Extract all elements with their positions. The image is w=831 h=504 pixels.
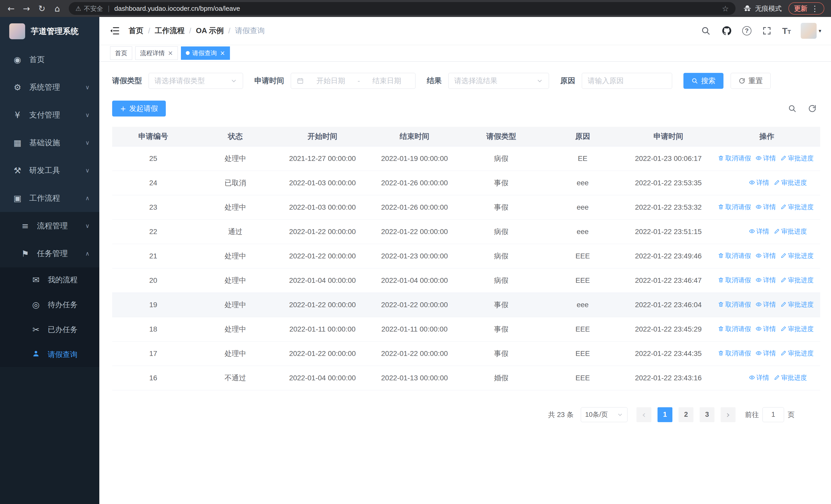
- trash-icon: [718, 204, 724, 210]
- user-menu[interactable]: ▾: [801, 23, 821, 39]
- detail-link[interactable]: 详情: [755, 325, 776, 333]
- show-search-icon[interactable]: [788, 104, 797, 113]
- app-logo[interactable]: 芋道管理系统: [0, 17, 99, 46]
- approval-progress-link[interactable]: 审批进度: [780, 300, 813, 309]
- sidebar-item-my-process[interactable]: ✉ 我的流程: [0, 267, 99, 292]
- col-start-time: 开始时间: [277, 127, 369, 146]
- tab-home[interactable]: 首页: [110, 47, 132, 60]
- reason-input[interactable]: [582, 73, 672, 89]
- browser-home-icon[interactable]: ⌂: [50, 2, 64, 16]
- detail-link[interactable]: 详情: [749, 178, 769, 187]
- create-leave-button[interactable]: + 发起请假: [112, 100, 166, 117]
- sidebar-item-devtools[interactable]: ⚒ 研发工具 ∨: [0, 156, 99, 184]
- approval-progress-link[interactable]: 审批进度: [780, 203, 813, 211]
- cancel-leave-link[interactable]: 取消请假: [718, 203, 751, 211]
- sidebar-item-home[interactable]: ◉ 首页: [0, 46, 99, 73]
- leave-type-select[interactable]: 请选择请假类型: [149, 73, 243, 89]
- detail-link[interactable]: 详情: [755, 251, 776, 260]
- goto-suffix: 页: [787, 410, 795, 419]
- table-cell: eee: [542, 195, 623, 219]
- address-bar[interactable]: ⚠ 不安全 | dashboard.yudao.iocoder.cn/bpm/o…: [69, 2, 736, 15]
- detail-link[interactable]: 详情: [755, 154, 776, 162]
- tab-leave-query[interactable]: 请假查询 ×: [181, 47, 230, 60]
- table-cell: 2022-01-04 00:00:00: [277, 268, 369, 293]
- browser-reload-icon[interactable]: ↻: [35, 2, 49, 16]
- reset-button[interactable]: 重置: [730, 73, 771, 89]
- approval-progress-link[interactable]: 审批进度: [774, 227, 807, 236]
- breadcrumb-home[interactable]: 首页: [128, 26, 143, 36]
- breadcrumb-workflow[interactable]: 工作流程: [155, 26, 184, 36]
- approval-progress-link[interactable]: 审批进度: [780, 276, 813, 284]
- detail-link[interactable]: 详情: [749, 227, 769, 236]
- cancel-leave-link[interactable]: 取消请假: [718, 349, 751, 357]
- fullscreen-icon[interactable]: [761, 25, 773, 36]
- page-size-select[interactable]: 10条/页: [581, 407, 628, 422]
- font-size-icon[interactable]: TT: [782, 26, 791, 35]
- incognito-icon: [743, 4, 752, 13]
- approval-progress-link[interactable]: 审批进度: [780, 325, 813, 333]
- detail-link[interactable]: 详情: [755, 300, 776, 309]
- detail-link[interactable]: 详情: [749, 374, 769, 382]
- goto-page-input[interactable]: [763, 407, 784, 422]
- sidebar-item-process-management[interactable]: ≡ 流程管理 ∨: [0, 212, 99, 240]
- approval-progress-link[interactable]: 审批进度: [780, 251, 813, 260]
- yen-icon: ¥: [12, 110, 23, 120]
- cancel-leave-link[interactable]: 取消请假: [718, 325, 751, 333]
- approval-progress-link[interactable]: 审批进度: [774, 374, 807, 382]
- start-date-placeholder[interactable]: 开始日期: [308, 76, 353, 86]
- sidebar-item-leave-query[interactable]: 请假查询: [0, 342, 99, 367]
- table-cell: 2022-01-13 00:00:00: [369, 366, 461, 390]
- approval-progress-link[interactable]: 审批进度: [774, 178, 807, 187]
- page-button-1[interactable]: 1: [658, 407, 672, 422]
- update-label[interactable]: 更新: [794, 4, 807, 13]
- sidebar-item-label: 流程管理: [37, 221, 68, 231]
- sidebar-item-todo-tasks[interactable]: ◎ 待办任务: [0, 292, 99, 317]
- sidebar-item-infrastructure[interactable]: ▦ 基础设施 ∨: [0, 129, 99, 156]
- avatar[interactable]: [801, 23, 816, 39]
- top-navbar: 首页 / 工作流程 / OA 示例 / 请假查询: [99, 17, 831, 45]
- browser-forward-icon[interactable]: →: [20, 2, 33, 16]
- page-button-2[interactable]: 2: [679, 407, 693, 422]
- close-icon[interactable]: ×: [168, 50, 173, 57]
- approval-progress-link[interactable]: 审批进度: [780, 349, 813, 357]
- result-select[interactable]: 请选择流结果: [448, 73, 549, 89]
- prev-page-button[interactable]: ‹: [636, 407, 651, 422]
- breadcrumb-oa-example[interactable]: OA 示例: [196, 26, 224, 36]
- browser-menu-icon[interactable]: ⋮: [811, 4, 819, 13]
- detail-link[interactable]: 详情: [755, 203, 776, 211]
- tag-views-bar: 首页 流程详情 × 请假查询 ×: [99, 45, 831, 62]
- bookmark-star-icon[interactable]: ☆: [722, 4, 729, 13]
- next-page-button[interactable]: ›: [721, 407, 736, 422]
- cancel-leave-link[interactable]: 取消请假: [718, 154, 751, 162]
- row-actions: 详情审批进度: [713, 171, 820, 195]
- sidebar-item-workflow[interactable]: ▣ 工作流程 ∧: [0, 184, 99, 212]
- page-button-3[interactable]: 3: [699, 407, 715, 422]
- date-range-picker[interactable]: 开始日期 - 结束日期: [291, 73, 416, 89]
- github-icon[interactable]: [721, 25, 733, 36]
- browser-update-chip[interactable]: 更新 ⋮: [789, 2, 824, 14]
- detail-link[interactable]: 详情: [755, 349, 776, 357]
- sidebar-item-task-management[interactable]: ⚑ 任务管理 ∧: [0, 240, 99, 267]
- cancel-leave-link[interactable]: 取消请假: [718, 300, 751, 309]
- scissors-icon: ✂: [30, 325, 41, 335]
- table-row: 24已取消2022-01-03 00:00:002022-01-26 00:00…: [112, 171, 820, 195]
- cancel-leave-link[interactable]: 取消请假: [718, 251, 751, 260]
- close-icon[interactable]: ×: [220, 50, 225, 57]
- search-button[interactable]: 搜索: [683, 73, 723, 89]
- browser-back-icon[interactable]: ←: [4, 2, 18, 16]
- sidebar-item-payment[interactable]: ¥ 支付管理 ∨: [0, 101, 99, 129]
- end-date-placeholder[interactable]: 结束日期: [364, 76, 409, 86]
- cancel-leave-link[interactable]: 取消请假: [718, 276, 751, 284]
- sidebar-item-done-tasks[interactable]: ✂ 已办任务: [0, 317, 99, 342]
- detail-link[interactable]: 详情: [755, 276, 776, 284]
- table-cell: 20: [112, 268, 194, 293]
- collapse-sidebar-icon[interactable]: [109, 25, 120, 36]
- tab-process-detail[interactable]: 流程详情 ×: [135, 47, 178, 60]
- approval-progress-link[interactable]: 审批进度: [780, 154, 813, 162]
- refresh-table-icon[interactable]: [808, 104, 816, 113]
- url-text[interactable]: dashboard.yudao.iocoder.cn/bpm/oa/leave: [114, 5, 240, 12]
- help-icon[interactable]: ?: [742, 26, 751, 35]
- sidebar-item-system[interactable]: ⚙ 系统管理 ∨: [0, 73, 99, 101]
- search-icon[interactable]: [700, 25, 711, 36]
- security-warning-label[interactable]: 不安全: [84, 4, 103, 13]
